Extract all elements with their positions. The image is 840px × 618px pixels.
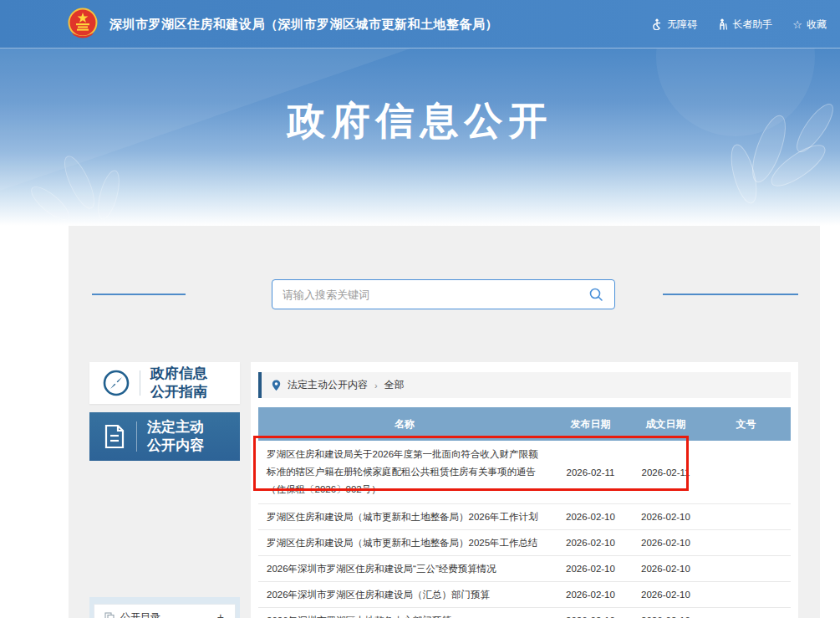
publish-date: 2026-02-10 bbox=[551, 512, 630, 522]
content-container: 政府信息 公开指南 法定主动 公开内容 bbox=[69, 226, 820, 618]
elder-assist-label: 长者助手 bbox=[732, 18, 772, 32]
star-icon: ☆ bbox=[792, 19, 802, 30]
compass-icon bbox=[101, 368, 131, 398]
sidebar-guide-label: 政府信息 公开指南 bbox=[150, 365, 207, 401]
publish-date: 2026-02-10 bbox=[551, 538, 630, 548]
document-title-link[interactable]: 2026年深圳市罗湖区住房和建设局（汇总）部门预算 bbox=[258, 581, 551, 609]
topbar: 深圳市罗湖区住房和建设局（深圳市罗湖区城市更新和土地整备局） 无障碍 长者助手 bbox=[0, 0, 840, 49]
written-date: 2026-02-10 bbox=[630, 590, 701, 600]
breadcrumb-root[interactable]: 法定主动公开内容 bbox=[288, 378, 368, 392]
elder-assist-link[interactable]: 长者助手 bbox=[717, 18, 772, 32]
brand[interactable]: 深圳市罗湖区住房和建设局（深圳市罗湖区城市更新和土地整备局） bbox=[65, 6, 498, 43]
page: 政府信息公开 深圳市罗湖区住房和建设局（深圳市罗湖区城市更新和土地整备局） bbox=[0, 0, 840, 618]
written-date: 2026-02-10 bbox=[630, 564, 701, 574]
publish-date: 2026-02-10 bbox=[551, 564, 630, 574]
column-header-name: 名称 bbox=[258, 417, 551, 432]
site-title: 深圳市罗湖区住房和建设局（深圳市罗湖区城市更新和土地整备局） bbox=[109, 17, 498, 33]
document-title-link[interactable]: 2026年深圳市罗湖区住房和建设局“三公”经费预算情况 bbox=[258, 555, 551, 583]
document-title-link[interactable]: 2026年深圳市罗湖区土地整备中心部门预算 bbox=[258, 607, 551, 618]
divider bbox=[136, 421, 137, 452]
accessibility-link[interactable]: 无障碍 bbox=[651, 18, 697, 32]
document-title-link[interactable]: 罗湖区住房和建设局（城市更新和土地整备局）2026年工作计划 bbox=[258, 503, 551, 531]
top-links: 无障碍 长者助手 ☆ 收藏 bbox=[651, 0, 827, 49]
publish-date: 2026-02-10 bbox=[551, 590, 630, 600]
search-button[interactable] bbox=[588, 286, 604, 303]
sidebar-submenu: 公开目录 + 机构职能 + 政策文件 bbox=[89, 597, 240, 618]
search-box bbox=[272, 279, 615, 309]
column-header-written-date: 成文日期 bbox=[630, 417, 701, 432]
sidebar-item-guide[interactable]: 政府信息 公开指南 bbox=[89, 362, 240, 404]
pages-icon bbox=[104, 612, 115, 618]
accessibility-icon bbox=[651, 18, 663, 30]
table-row[interactable]: 2026年深圳市罗湖区住房和建设局“三公”经费预算情况 2026-02-10 2… bbox=[258, 556, 791, 582]
favorite-link[interactable]: ☆ 收藏 bbox=[792, 18, 827, 32]
written-date: 2026-02-10 bbox=[630, 538, 701, 548]
breadcrumb: 法定主动公开内容 › 全部 bbox=[258, 372, 791, 398]
banner: 政府信息公开 bbox=[0, 49, 840, 226]
table-row[interactable]: 罗湖区住房和建设局（城市更新和土地整备局）2026年工作计划 2026-02-1… bbox=[258, 504, 791, 530]
document-icon bbox=[101, 422, 128, 451]
highlight-annotation-box bbox=[253, 436, 689, 491]
document-title-link[interactable]: 罗湖区住房和建设局（城市更新和土地整备局）2025年工作总结 bbox=[258, 529, 551, 557]
search-input[interactable] bbox=[283, 289, 588, 301]
accessibility-label: 无障碍 bbox=[667, 18, 697, 32]
sidebar: 政府信息 公开指南 法定主动 公开内容 bbox=[89, 362, 240, 461]
elder-assist-icon bbox=[717, 18, 728, 30]
sidebar-active-label: 法定主动 公开内容 bbox=[147, 418, 204, 455]
expand-plus-icon[interactable]: + bbox=[217, 610, 224, 618]
search-icon bbox=[588, 287, 603, 302]
search-divider-right bbox=[663, 294, 798, 295]
divider bbox=[140, 370, 140, 396]
location-pin-icon bbox=[272, 380, 281, 391]
column-header-doc-number: 文号 bbox=[701, 417, 791, 432]
search-divider-left bbox=[92, 294, 186, 295]
breadcrumb-separator-icon: › bbox=[374, 381, 378, 391]
breadcrumb-current[interactable]: 全部 bbox=[384, 378, 405, 392]
national-emblem-logo bbox=[65, 6, 100, 43]
table-row[interactable]: 2026年深圳市罗湖区住房和建设局（汇总）部门预算 2026-02-10 202… bbox=[258, 582, 791, 608]
menu-label: 公开目录 bbox=[120, 610, 160, 618]
written-date: 2026-02-10 bbox=[630, 512, 701, 522]
favorite-label: 收藏 bbox=[807, 18, 827, 32]
table-row[interactable]: 2026年深圳市罗湖区土地整备中心部门预算 2026-02-10 2026-02… bbox=[258, 608, 791, 618]
sidebar-item-statutory-disclosure[interactable]: 法定主动 公开内容 bbox=[89, 412, 240, 461]
page-title: 政府信息公开 bbox=[0, 95, 840, 147]
table-row[interactable]: 罗湖区住房和建设局（城市更新和土地整备局）2025年工作总结 2026-02-1… bbox=[258, 530, 791, 556]
sidebar-item-disclosure-catalog[interactable]: 公开目录 + bbox=[94, 604, 236, 618]
column-header-publish-date: 发布日期 bbox=[551, 417, 630, 432]
